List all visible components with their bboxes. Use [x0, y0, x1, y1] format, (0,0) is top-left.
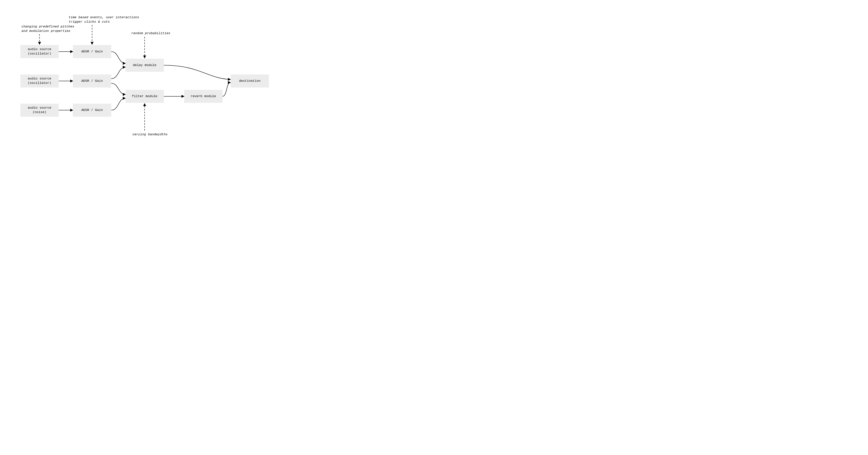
annotation-random: random probabilities	[131, 31, 170, 36]
node-delay-module: delay module	[125, 59, 164, 72]
edge-adsr2-delay	[111, 67, 125, 79]
edge-delay-dest	[164, 65, 230, 80]
edge-adsr1-delay	[111, 52, 125, 63]
node-audio-source-noise: audio source (noise)	[20, 103, 59, 117]
annotation-events: time based events, user interactions tri…	[69, 16, 139, 24]
edge-adsr2-filter	[111, 83, 125, 94]
node-filter-module: filter module	[125, 90, 164, 103]
node-adsr-gain-3: ADSR / Gain	[73, 103, 111, 117]
node-destination: destination	[230, 74, 269, 88]
node-audio-source-osc-1: audio source (oscillator)	[20, 45, 59, 58]
annotation-bandwidths: varying bandwidths	[132, 132, 168, 137]
node-adsr-gain-1: ADSR / Gain	[73, 45, 111, 58]
edge-adsr3-filter	[111, 98, 125, 110]
edge-reverb-dest	[222, 83, 230, 96]
node-adsr-gain-2: ADSR / Gain	[73, 74, 111, 88]
node-audio-source-osc-2: audio source (oscillator)	[20, 74, 59, 88]
annotation-pitches: changing predefined pitches and modulati…	[22, 25, 74, 33]
diagram-stage: changing predefined pitches and modulati…	[0, 0, 289, 152]
node-reverb-module: reverb module	[184, 90, 222, 103]
